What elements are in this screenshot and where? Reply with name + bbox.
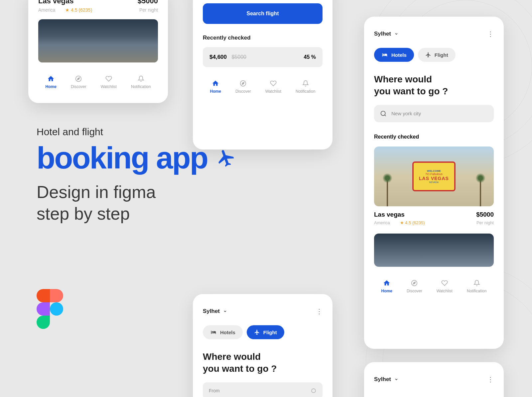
tab-hotels[interactable]: Hotels [203, 325, 243, 339]
svg-marker-1 [77, 78, 80, 80]
plane-icon [254, 329, 260, 335]
hero-description: Design in figmastep by step [37, 181, 236, 225]
plane-icon [213, 145, 238, 171]
chevron-down-icon [394, 377, 398, 381]
nav-watchlist[interactable]: Watchlist [437, 279, 453, 293]
from-input[interactable]: From [203, 382, 323, 397]
star-icon: ★ [65, 7, 69, 13]
hero-section: Hotel and flight booking app Design in f… [37, 126, 236, 225]
plane-icon [425, 52, 431, 58]
phone-screen-hotel-card: Las vegas $5000 America ★ 4.5 (6235) Per… [28, 0, 168, 103]
card-per-night: Per night [476, 220, 494, 225]
search-input[interactable]: New york city [374, 105, 494, 122]
card-country: America [374, 220, 390, 225]
nav-discover[interactable]: Discover [235, 80, 251, 94]
home-icon [212, 80, 219, 87]
recent-price: $4,600 [209, 54, 227, 60]
recent-discount-pct: 45 % [304, 54, 316, 60]
recently-checked-heading: Recently checked [374, 134, 494, 140]
tab-flight[interactable]: Flight [247, 325, 284, 339]
bed-icon [381, 52, 388, 57]
recently-checked-heading: Recently checked [203, 35, 323, 41]
phone-screen-partial: Sylhet ⋮ [364, 362, 504, 397]
bottom-nav: Home Discover Watchlist Notification [374, 273, 494, 293]
compass-icon [411, 279, 418, 287]
bed-icon [210, 330, 217, 335]
svg-marker-7 [413, 282, 416, 284]
nav-discover[interactable]: Discover [71, 75, 86, 89]
hotel-card[interactable]: WELCOME TO Fabulous LAS VEGAS NEVADA Las… [374, 147, 494, 225]
phone-screen-flight-home: Sylhet ⋮ Hotels Flight Where wouldyou wa… [193, 294, 332, 397]
nav-notification[interactable]: Notification [131, 75, 151, 89]
hotel-price: $5000 [138, 0, 158, 5]
svg-marker-3 [242, 82, 244, 85]
price-per-night: Per night [139, 7, 158, 13]
bottom-nav: Home Discover Watchlist Notification [38, 69, 158, 89]
star-icon: ★ [400, 220, 404, 225]
heart-icon [270, 80, 277, 87]
compass-icon [239, 80, 247, 87]
search-icon [380, 110, 387, 117]
location-selector[interactable]: Sylhet [374, 31, 398, 37]
nav-notification[interactable]: Notification [467, 279, 486, 293]
page-heading: Where wouldyou want to go ? [374, 73, 494, 98]
page-heading: Where wouldyou want to go ? [203, 351, 323, 375]
hotel-image [38, 19, 158, 62]
heart-icon [441, 279, 448, 287]
nav-notification[interactable]: Notification [296, 80, 315, 94]
nav-watchlist[interactable]: Watchlist [265, 80, 281, 94]
heart-icon [105, 75, 112, 82]
hotel-card-image: WELCOME TO Fabulous LAS VEGAS NEVADA [374, 147, 494, 206]
home-icon [47, 75, 55, 82]
more-menu-icon[interactable]: ⋮ [316, 307, 323, 315]
more-menu-icon[interactable]: ⋮ [487, 375, 494, 383]
search-flight-button[interactable]: Search flight [203, 3, 323, 24]
tab-hotels[interactable]: Hotels [374, 48, 414, 62]
svg-point-8 [312, 389, 316, 393]
more-menu-icon[interactable]: ⋮ [487, 30, 494, 38]
nav-discover[interactable]: Discover [407, 279, 422, 293]
location-selector[interactable]: Sylhet [374, 376, 398, 383]
nav-home[interactable]: Home [381, 279, 392, 293]
card-title: Las vegas [374, 211, 405, 218]
card-price: $5000 [476, 211, 494, 218]
bottom-nav: Home Discover Watchlist Notification [203, 74, 323, 94]
svg-point-4 [381, 111, 385, 115]
hero-subtitle: Hotel and flight [37, 126, 236, 138]
nav-home[interactable]: Home [210, 80, 221, 94]
location-icon [311, 388, 317, 394]
bell-icon [473, 279, 480, 287]
nav-home[interactable]: Home [46, 75, 57, 89]
tab-flight[interactable]: Flight [418, 48, 456, 62]
hotel-name: Las vegas [38, 0, 73, 5]
compass-icon [75, 75, 82, 82]
nav-watchlist[interactable]: Watchlist [101, 75, 117, 89]
recent-old-price: $5000 [231, 54, 246, 60]
bell-icon [137, 75, 145, 82]
hero-title: booking app [37, 143, 236, 173]
hotel-country: America [38, 7, 55, 13]
home-icon [383, 279, 390, 287]
bell-icon [302, 80, 309, 87]
phone-screen-hotels-home: Sylhet ⋮ Hotels Flight Where wouldyou wa… [364, 17, 504, 349]
recent-price-card[interactable]: $4,600 $5000 45 % [203, 47, 323, 67]
figma-logo [37, 289, 63, 329]
hotel-card-image-2 [374, 234, 494, 267]
card-rating: ★ 4.5 (6235) [400, 220, 425, 225]
chevron-down-icon [223, 309, 227, 313]
location-selector[interactable]: Sylhet [203, 308, 227, 315]
hotel-rating: ★ 4.5 (6235) [65, 7, 92, 13]
chevron-down-icon [394, 32, 398, 36]
svg-line-5 [385, 115, 386, 116]
